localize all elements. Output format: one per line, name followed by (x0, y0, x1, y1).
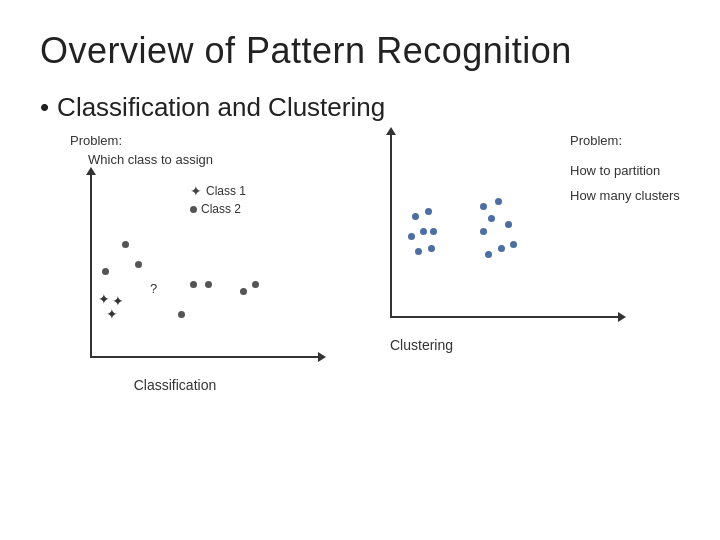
bullet-section: • Classification and Clustering Problem:… (40, 92, 680, 393)
left-chart-label: Classification (60, 377, 290, 393)
left-legend: ✦ Class 1 Class 2 (190, 183, 246, 219)
star-point-3: ✦ (106, 306, 118, 322)
right-how-many-label: How many clusters (570, 188, 720, 203)
cluster-point-2 (425, 208, 432, 215)
dot-point-1 (122, 241, 129, 248)
right-chart-area: Problem: How to partition How many clust… (370, 133, 640, 333)
question-mark: ? (150, 281, 157, 296)
right-y-axis (390, 133, 392, 318)
left-chart-area: ✦ Class 1 Class 2 ✦ ✦ ✦ (70, 173, 340, 373)
left-problem-label: Problem: (70, 133, 360, 148)
legend-class1-label: Class 1 (206, 184, 246, 198)
cluster-point-15 (485, 251, 492, 258)
dot-icon (190, 206, 197, 213)
dot-point-3 (102, 268, 109, 275)
cluster-point-1 (412, 213, 419, 220)
dot-point-8 (178, 311, 185, 318)
right-x-axis (390, 316, 620, 318)
cluster-point-3 (420, 228, 427, 235)
cluster-point-6 (415, 248, 422, 255)
bullet-text: Classification and Clustering (57, 92, 385, 123)
dot-point-5 (205, 281, 212, 288)
bullet-icon: • (40, 92, 49, 123)
left-y-axis (90, 173, 92, 358)
right-column: Problem: How to partition How many clust… (360, 133, 680, 393)
dot-point-6 (240, 288, 247, 295)
dot-point-4 (190, 281, 197, 288)
left-x-axis (90, 356, 320, 358)
cluster-point-8 (480, 203, 487, 210)
cluster-point-10 (488, 215, 495, 222)
which-class-label: Which class to assign (88, 152, 360, 167)
cluster-point-13 (510, 241, 517, 248)
cluster-point-14 (498, 245, 505, 252)
legend-item-class1: ✦ Class 1 (190, 183, 246, 199)
cluster-point-9 (495, 198, 502, 205)
cluster-point-7 (428, 245, 435, 252)
left-column: Problem: Which class to assign ✦ Class 1 (40, 133, 360, 393)
cluster-point-11 (505, 221, 512, 228)
star-point-1: ✦ (98, 291, 110, 307)
dot-point-7 (252, 281, 259, 288)
bullet-main: • Classification and Clustering (40, 92, 680, 123)
right-how-partition-label: How to partition (570, 163, 720, 178)
dot-point-2 (135, 261, 142, 268)
star-icon: ✦ (190, 183, 202, 199)
cluster-point-12 (480, 228, 487, 235)
legend-item-class2: Class 2 (190, 202, 246, 216)
right-chart-label: Clustering (390, 337, 680, 353)
slide: Overview of Pattern Recognition • Classi… (0, 0, 720, 540)
two-columns: Problem: Which class to assign ✦ Class 1 (40, 133, 680, 393)
right-problem-label: Problem: (570, 133, 720, 148)
cluster-point-5 (430, 228, 437, 235)
legend-class2-label: Class 2 (201, 202, 241, 216)
cluster-point-4 (408, 233, 415, 240)
slide-title: Overview of Pattern Recognition (40, 30, 680, 72)
